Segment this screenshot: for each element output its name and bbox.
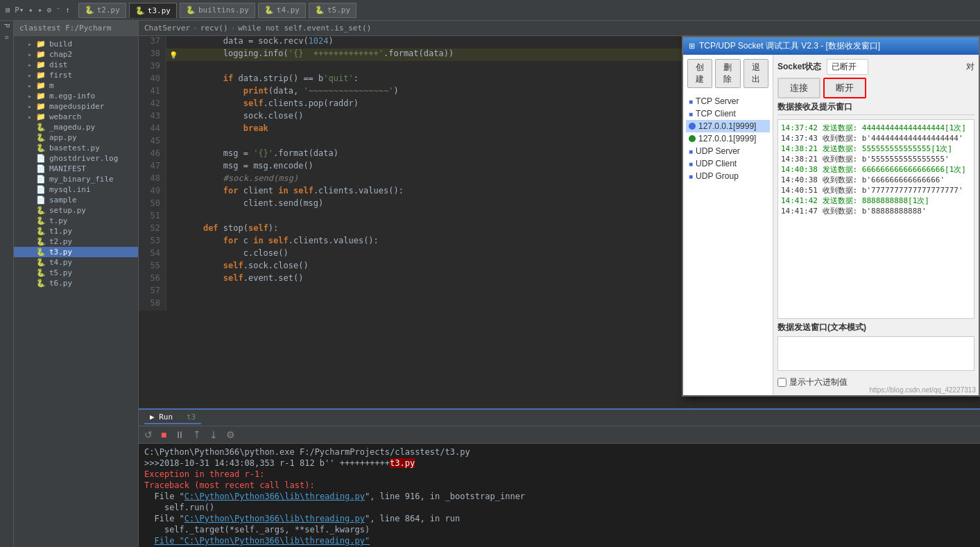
sidebar-item-t6_py[interactable]: 🐍t6.py: [14, 278, 138, 288]
tcp-disconnect-button[interactable]: 断开: [823, 78, 866, 98]
sidebar-item-t2_py[interactable]: 🐍t2.py: [14, 236, 138, 247]
tcp-tree-label: 127.0.0.1[9999]: [698, 134, 756, 144]
structure-icon[interactable]: ≡: [4, 33, 8, 41]
sidebar-label: t2.py: [49, 237, 72, 246]
sidebar-label: m.egg-info: [49, 92, 95, 101]
tcp-send-input[interactable]: [777, 336, 974, 371]
terminal-line: Exception in thread r-1:: [144, 469, 974, 480]
tab-icon: 🐍: [186, 6, 196, 15]
tcp-tree-label: TCP Server: [696, 96, 739, 106]
stop-button[interactable]: ■: [158, 428, 169, 442]
hex-label: 显示十六进制值: [789, 376, 848, 388]
sidebar-label: dist: [49, 60, 68, 69]
tab-label: builtins.py: [198, 6, 249, 15]
sidebar-item-first[interactable]: ▸📁first: [14, 70, 138, 80]
tab-icon: 🐍: [264, 6, 274, 15]
sidebar-item-t1_py[interactable]: 🐍t1.py: [14, 226, 138, 236]
tab-icon: 🐍: [85, 6, 94, 15]
sidebar-item-basetest_py[interactable]: 🐍basetest.py: [14, 143, 138, 153]
file-link[interactable]: C:\Python\Python366\lib\threading.py: [184, 514, 365, 523]
sidebar-item-sample[interactable]: 📄sample: [14, 195, 138, 205]
tcp-delete-button[interactable]: 删除: [715, 59, 740, 88]
tcp-tree-item[interactable]: ■UDP Group: [686, 170, 770, 182]
terminal-line: self.run(): [144, 502, 974, 513]
recv-line: 14:38:21 收到数据: b'5555555555555555': [781, 154, 971, 164]
tab-builtinspy[interactable]: 🐍 builtins.py: [180, 3, 255, 18]
terminal-toolbar: ↺ ■ ⏸ ⤒ ⤓ ⚙: [139, 426, 980, 444]
tcp-tree-label: TCP Client: [696, 109, 736, 119]
breadcrumb-part-2: while not self.event.is_set(): [238, 24, 371, 33]
sidebar-item-MANIFEST[interactable]: 📄MANIFEST: [14, 164, 138, 174]
sidebar-label: t3.py: [49, 248, 72, 257]
sidebar-item-mageduspider[interactable]: ▸📁mageduspider: [14, 101, 138, 112]
sidebar-item-webarch[interactable]: ▸📁webarch: [14, 112, 138, 122]
sidebar-item-_magedu_py[interactable]: 🐍_magedu.py: [14, 122, 138, 132]
file-link-2[interactable]: File "C:\Python\Python366\lib\threading.…: [154, 536, 370, 546]
sidebar-tree[interactable]: ▸📁build▸📁chap2▸📁dist▸📁first▸📁m▸📁m.egg-in…: [14, 36, 138, 547]
sidebar-item-dist[interactable]: ▸📁dist: [14, 60, 138, 70]
sidebar-item-ghostdriver_log[interactable]: 📄ghostdriver.log: [14, 153, 138, 164]
editor-area: 37 data = sock.recv(1024)38💡 logging.inf…: [139, 36, 980, 408]
tcp-recv-title: 数据接收及提示窗口: [777, 101, 974, 115]
watermark: https://blog.csdn.net/qq_42227313: [870, 386, 976, 394]
tcp-tree-item[interactable]: ■TCP Server: [686, 95, 770, 107]
tcp-udp-dialog[interactable]: ⊞ TCP/UDP Socket 调试工具 V2.3 - [数据收发窗口] 创建…: [682, 36, 980, 397]
recv-line: 14:40:51 收到数据: b'7777777777777777777': [781, 185, 971, 196]
settings-button[interactable]: ⚙: [223, 428, 238, 442]
sidebar-item-setup_py[interactable]: 🐍setup.py: [14, 205, 138, 216]
tab-t5py[interactable]: 🐍 t5.py: [309, 3, 356, 18]
scroll-bottom-button[interactable]: ⤓: [207, 428, 221, 442]
sidebar-item-t3_py[interactable]: 🐍t3.py: [14, 247, 138, 257]
tab-icon: 🐍: [315, 6, 325, 15]
hex-checkbox[interactable]: [777, 378, 786, 387]
terminal[interactable]: C:\Python\Python366\python.exe F:/Pychar…: [139, 444, 980, 547]
sidebar-label: t5.py: [49, 268, 72, 277]
tcp-exit-button[interactable]: 退出: [743, 59, 768, 88]
restart-button[interactable]: ↺: [141, 428, 155, 442]
sidebar-item-app_py[interactable]: 🐍app.py: [14, 132, 138, 143]
recv-line: 14:37:43 收到数据: b'4444444444444444444': [781, 133, 971, 144]
sidebar-item-my_binary_file[interactable]: 📄my_binary_file: [14, 174, 138, 184]
tcp-tree-item[interactable]: 127.0.0.1[9999]: [686, 132, 770, 145]
sidebar-label: t6.py: [49, 279, 72, 288]
tcp-tree-item[interactable]: ■UDP Client: [686, 157, 770, 170]
tab-t2py[interactable]: 🐍 t2.py: [78, 3, 126, 18]
terminal-line: File "C:\Python\Python366\lib\threading.…: [144, 491, 974, 502]
sidebar-item-build[interactable]: ▸📁build: [14, 39, 138, 49]
recv-line: 14:41:42 发送数据: 8888888888[1次]: [781, 196, 971, 206]
sidebar-item-chap2[interactable]: ▸📁chap2: [14, 49, 138, 60]
left-icon-bar: P ≡: [0, 21, 14, 547]
sidebar-label: my_binary_file: [49, 175, 114, 184]
tcp-tree-item[interactable]: 127.0.0.1[9999]: [686, 120, 770, 132]
sidebar-header: classtest F:/Pycharm: [14, 21, 138, 36]
tcp-tree-item[interactable]: ■UDP Server: [686, 145, 770, 157]
tab-t4py[interactable]: 🐍 t4.py: [258, 3, 306, 18]
tcp-create-button[interactable]: 创建: [687, 59, 712, 88]
sidebar-item-mysql_ini[interactable]: 📄mysql.ini: [14, 184, 138, 195]
sidebar-label: mysql.ini: [49, 185, 91, 194]
sidebar-item-m_egg_info[interactable]: ▸📁m.egg-info: [14, 91, 138, 101]
sidebar-label: setup.py: [49, 206, 86, 215]
terminal-line: >>>2018-10-31 14:43:08,353 r-1 812 b'' +…: [144, 458, 974, 469]
tcp-tree-item[interactable]: ■TCP Client: [686, 107, 770, 120]
tcp-left-panel: 创建 删除 退出 ■TCP Server■TCP Client127.0.0.1…: [683, 55, 773, 395]
tcp-recv-area[interactable]: 14:37:42 发送数据: 444444444444444444[1次]14:…: [777, 119, 974, 319]
pause-button[interactable]: ⏸: [172, 428, 187, 442]
sidebar-item-m[interactable]: ▸📁m: [14, 80, 138, 91]
tab-run[interactable]: ▶ Run t3: [144, 411, 201, 424]
project-name: classtest F:/Pycharm: [19, 24, 111, 33]
top-bar: ⊞ P▾ ✦ ✦ ⚙ ⁻ ↑ 🐍 t2.py 🐍 t3.py 🐍 builtin…: [0, 0, 980, 21]
sidebar-item-t_py[interactable]: 🐍t.py: [14, 216, 138, 226]
sidebar-item-t4_py[interactable]: 🐍t4.py: [14, 257, 138, 268]
scroll-top-button[interactable]: ⤒: [190, 428, 204, 442]
sidebar-item-t5_py[interactable]: 🐍t5.py: [14, 268, 138, 278]
tcp-connect-button[interactable]: 连接: [777, 78, 820, 98]
tab-icon: 🐍: [135, 6, 145, 15]
sidebar-label: webarch: [49, 112, 81, 121]
tcp-tree-label: UDP Server: [696, 146, 740, 156]
tab-t3py[interactable]: 🐍 t3.py: [129, 3, 177, 18]
project-icon[interactable]: P: [3, 24, 10, 28]
tcp-tree-label: 127.0.0.1[9999]: [698, 121, 756, 131]
file-link[interactable]: C:\Python\Python366\lib\threading.py: [184, 492, 365, 501]
sidebar-label: t4.py: [49, 258, 72, 267]
